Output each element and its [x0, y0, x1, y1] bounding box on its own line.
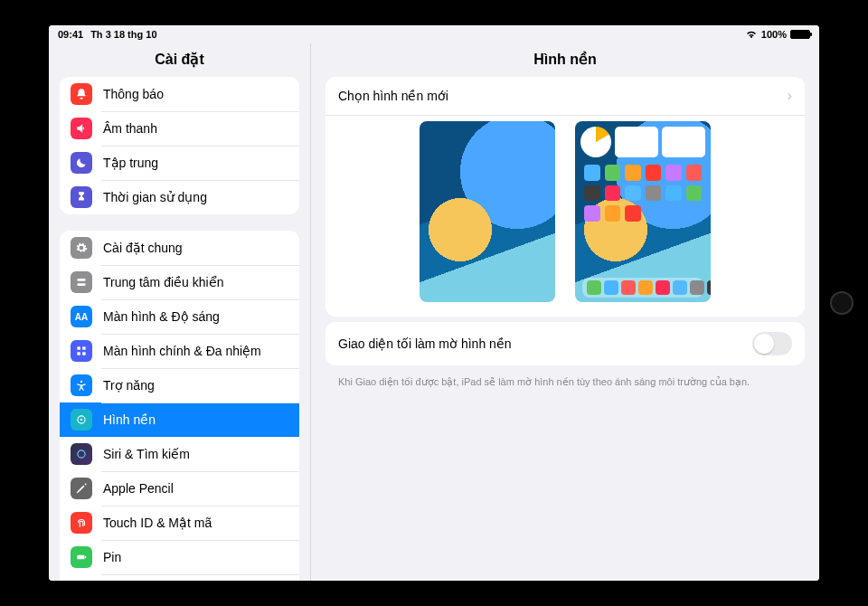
sidebar-item-sounds[interactable]: Âm thanh [60, 111, 299, 146]
screen: 09:41 Th 3 18 thg 10 100% Cài đặt [49, 25, 819, 581]
detail-title: Hình nền [311, 43, 819, 77]
sidebar-title: Cài đặt [49, 43, 310, 77]
svg-rect-5 [82, 352, 86, 355]
accessibility-icon [71, 374, 92, 396]
dock-preview [582, 278, 703, 298]
homescreen-preview[interactable] [575, 121, 711, 302]
sidebar-item-label: Tập trung [103, 156, 158, 170]
battery-icon [790, 30, 810, 39]
lockscreen-preview[interactable] [420, 121, 555, 302]
svg-point-6 [80, 381, 82, 383]
choose-wallpaper-row[interactable]: Chọn hình nền mới › [326, 77, 805, 115]
sidebar-item-screentime[interactable]: Thời gian sử dụng [60, 180, 299, 214]
text-size-icon: AA [71, 306, 92, 327]
svg-rect-11 [85, 556, 86, 558]
wallpaper-icon [71, 409, 92, 431]
fingerprint-icon [71, 512, 92, 534]
svg-rect-4 [77, 352, 80, 355]
sidebar-item-touchid[interactable]: Touch ID & Mật mã [60, 506, 299, 540]
sidebar-item-notifications[interactable]: Thông báo [60, 77, 299, 111]
sidebar-item-display[interactable]: AA Màn hình & Độ sáng [60, 299, 299, 334]
sidebar-item-privacy[interactable]: Quyền riêng tư & Bảo mật [60, 574, 299, 581]
sidebar-item-label: Touch ID & Mật mã [103, 516, 212, 530]
dim-wallpaper-footer: Khi Giao diện tối được bật, iPad sẽ làm … [326, 371, 805, 388]
svg-rect-2 [77, 346, 80, 350]
sidebar-item-label: Hình nền [103, 412, 156, 427]
dim-wallpaper-label: Giao diện tối làm mờ hình nền [338, 336, 512, 351]
siri-icon [71, 443, 92, 465]
svg-rect-1 [77, 283, 85, 286]
moon-icon [71, 152, 92, 174]
widget-placeholder [615, 127, 658, 157]
battery-icon [71, 546, 92, 568]
widget-placeholder [662, 127, 705, 157]
sidebar-item-label: Màn hình chính & Đa nhiệm [103, 344, 261, 358]
split-content: Cài đặt Thông báo [49, 43, 819, 581]
settings-sidebar: Cài đặt Thông báo [49, 43, 311, 581]
hourglass-icon [71, 186, 92, 208]
speaker-icon [71, 118, 92, 139]
status-time: 09:41 [58, 29, 83, 40]
status-date: Th 3 18 thg 10 [90, 29, 156, 40]
choose-wallpaper-label: Chọn hình nền mới [338, 89, 448, 103]
sidebar-item-wallpaper[interactable]: Hình nền [60, 402, 299, 437]
dim-wallpaper-card: Giao diện tối làm mờ hình nền [326, 322, 805, 365]
widget-clock-icon [580, 127, 611, 157]
sidebar-item-control-center[interactable]: Trung tâm điều khiển [60, 265, 299, 299]
sidebar-group-2: Cài đặt chung Trung tâm điều khiển AA Mà… [60, 231, 299, 581]
detail-body[interactable]: Chọn hình nền mới › [311, 77, 819, 581]
bell-icon [71, 83, 92, 105]
sidebar-item-pencil[interactable]: Apple Pencil [60, 471, 299, 506]
sidebar-group-1: Thông báo Âm thanh Tập tru [60, 77, 299, 214]
status-battery-pct: 100% [761, 29, 787, 40]
svg-point-9 [78, 450, 85, 458]
sidebar-item-label: Cài đặt chung [103, 241, 183, 255]
grid-icon [71, 340, 92, 362]
svg-point-8 [80, 419, 82, 421]
wifi-icon [745, 30, 758, 39]
sidebar-item-battery[interactable]: Pin [60, 540, 299, 574]
sidebar-item-label: Trung tâm điều khiển [103, 275, 223, 289]
dim-wallpaper-switch[interactable] [752, 332, 792, 355]
status-bar: 09:41 Th 3 18 thg 10 100% [49, 25, 819, 43]
sidebar-item-label: Thông báo [103, 87, 164, 101]
gear-icon [71, 237, 92, 259]
sidebar-item-label: Màn hình & Độ sáng [103, 309, 220, 324]
sidebar-item-label: Pin [103, 550, 121, 564]
sidebar-item-label: Apple Pencil [103, 481, 174, 496]
sidebar-item-label: Âm thanh [103, 121, 157, 136]
sidebar-item-homescreen[interactable]: Màn hình chính & Đa nhiệm [60, 334, 299, 368]
detail-pane: Hình nền Chọn hình nền mới › [311, 43, 819, 581]
sidebar-scroll[interactable]: Thông báo Âm thanh Tập tru [49, 77, 310, 581]
svg-rect-3 [82, 346, 86, 350]
sidebar-item-label: Trợ năng [103, 378, 155, 393]
sidebar-item-label: Siri & Tìm kiếm [103, 447, 190, 461]
sidebar-item-label: Thời gian sử dụng [103, 190, 207, 204]
toggles-icon [71, 271, 92, 293]
ipad-device-frame: 09:41 Th 3 18 thg 10 100% Cài đặt [0, 0, 868, 606]
wallpaper-previews [326, 115, 805, 317]
home-button[interactable] [830, 291, 854, 315]
choose-wallpaper-card: Chọn hình nền mới › [326, 77, 805, 317]
chevron-right-icon: › [788, 88, 792, 104]
sidebar-item-accessibility[interactable]: Trợ năng [60, 368, 299, 402]
sidebar-item-siri[interactable]: Siri & Tìm kiếm [60, 437, 299, 471]
app-grid-preview [584, 165, 702, 222]
pencil-icon [71, 478, 92, 499]
dim-wallpaper-row: Giao diện tối làm mờ hình nền [326, 322, 805, 365]
sidebar-item-focus[interactable]: Tập trung [60, 146, 299, 180]
svg-rect-0 [77, 279, 85, 281]
svg-rect-10 [77, 555, 84, 560]
sidebar-item-general[interactable]: Cài đặt chung [60, 231, 299, 265]
